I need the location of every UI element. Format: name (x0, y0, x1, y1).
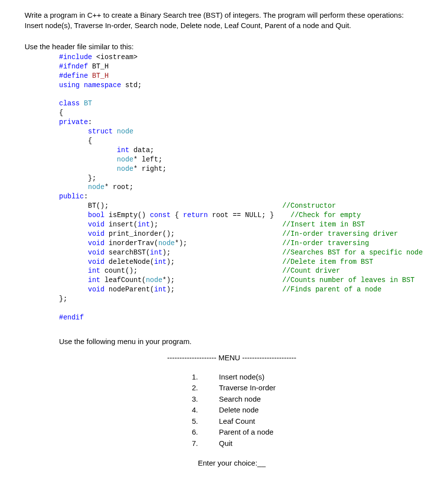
code-token: deleteNode( (104, 258, 154, 266)
menu-item: 7.Quit (192, 438, 233, 449)
code-token: * right; (133, 165, 166, 173)
menu-num: 4. (192, 405, 219, 416)
code-token: node (146, 276, 162, 284)
code-token: const (150, 211, 171, 219)
code-token: <iostream> (92, 53, 137, 61)
code-token: node (113, 127, 133, 135)
code-token: count(); (100, 267, 282, 275)
menu-item: 4.Delete node (192, 405, 259, 416)
code-token: #define (59, 72, 88, 80)
menu-label: Parent of a node (219, 427, 274, 438)
menu-item: 3.Search node (192, 394, 261, 405)
menu-item: 5.Leaf Count (192, 416, 255, 427)
menu-item: 1.Insert node(s) (192, 372, 265, 383)
menu-title: -------------------- MENU --------------… (59, 353, 404, 362)
code-comment: //In-order traversing driver (282, 230, 398, 238)
code-comment: //Counts number of leaves in BST (282, 276, 415, 284)
use-menu-text: Use the following menu in your program. (59, 337, 404, 346)
code-token: ); (166, 258, 282, 266)
code-token: BT (80, 99, 92, 107)
code-token: inorderTrav( (104, 239, 158, 247)
code-token: #endif (59, 314, 84, 321)
menu-label: Delete node (219, 405, 259, 416)
code-token: insert( (104, 220, 137, 228)
menu-label: Traverse In-order (219, 382, 276, 394)
code-token: ); (150, 220, 282, 228)
code-token: private (59, 118, 88, 126)
code-token: : (88, 118, 92, 126)
menu-num: 7. (192, 438, 219, 449)
code-comment: //Count driver (282, 267, 340, 275)
code-token: #include (59, 53, 92, 61)
code-token: public (59, 192, 84, 200)
code-token: void (59, 249, 104, 256)
intro-paragraph: Write a program in C++ to create a Binar… (25, 10, 404, 31)
code-token: void (59, 285, 104, 293)
menu-label: Insert node(s) (219, 372, 265, 383)
menu-label: Search node (219, 394, 261, 405)
menu-num: 5. (192, 416, 219, 427)
menu-section: -------------------- MENU --------------… (59, 353, 404, 468)
code-token: : (84, 192, 88, 200)
code-token: { (171, 211, 183, 219)
code-token: int (154, 285, 166, 293)
code-comment: //Searches BST for a specific node (282, 249, 423, 256)
code-token: int (154, 258, 166, 266)
header-hint: Use the header file similar to this: (25, 42, 404, 51)
code-token: ); (166, 285, 282, 293)
code-token: namespace (80, 81, 121, 89)
code-token: std; (121, 81, 142, 89)
code-token: #ifndef (59, 63, 88, 70)
code-comment: //Insert item in BST (282, 220, 365, 228)
code-token: node (59, 156, 133, 163)
code-token: { (59, 109, 63, 117)
code-token: print_inorder(); (104, 230, 282, 238)
code-token: searchBST( (104, 249, 150, 256)
code-token: void (59, 220, 104, 228)
code-token: }; (59, 174, 96, 182)
code-comment: //Finds parent of a node (282, 285, 382, 293)
menu-num: 1. (192, 372, 219, 383)
menu-item: 6.Parent of a node (192, 427, 274, 438)
code-token: void (59, 230, 104, 238)
code-token: isEmpty() (104, 211, 150, 219)
menu-label: Quit (219, 438, 233, 449)
code-token: int (59, 146, 129, 154)
code-token: ); (162, 249, 282, 256)
code-token: int (59, 267, 100, 275)
menu-num: 3. (192, 394, 219, 405)
code-token: { (59, 137, 92, 145)
code-token: struct (59, 127, 113, 135)
code-token: bool (59, 211, 104, 219)
code-token: leafCount( (100, 276, 146, 284)
menu-num: 6. (192, 427, 219, 438)
code-comment: //Delete item from BST (282, 258, 373, 266)
code-token: root == NULL; } (208, 211, 291, 219)
code-token: int (138, 220, 150, 228)
code-token: data; (129, 146, 154, 154)
code-comment: //Constructor (282, 202, 336, 210)
code-token: void (59, 258, 104, 266)
menu-label: Leaf Count (219, 416, 255, 427)
code-token: node (158, 239, 175, 247)
code-token: return (183, 211, 208, 219)
code-token: node (59, 165, 133, 173)
menu-num: 2. (192, 382, 219, 394)
code-token: class (59, 99, 80, 107)
code-comment: //In-order traversing (282, 239, 369, 247)
code-token: int (150, 249, 162, 256)
code-token: *); (162, 276, 282, 284)
code-token: *); (175, 239, 282, 247)
code-block: #include <iostream> #ifndef BT_H #define… (59, 53, 404, 322)
code-token: using (59, 81, 80, 89)
code-token: node (59, 183, 104, 191)
code-token: }; (59, 295, 67, 303)
code-token: BT(); (59, 202, 282, 210)
code-token: * left; (133, 156, 162, 163)
menu-items: 1.Insert node(s) 2.Traverse In-order 3.S… (192, 372, 404, 449)
code-token: int (59, 276, 100, 284)
code-token: * root; (104, 183, 133, 191)
code-token: BT_H (88, 72, 109, 80)
menu-item: 2.Traverse In-order (192, 382, 276, 394)
code-token: BT_H (88, 63, 109, 70)
